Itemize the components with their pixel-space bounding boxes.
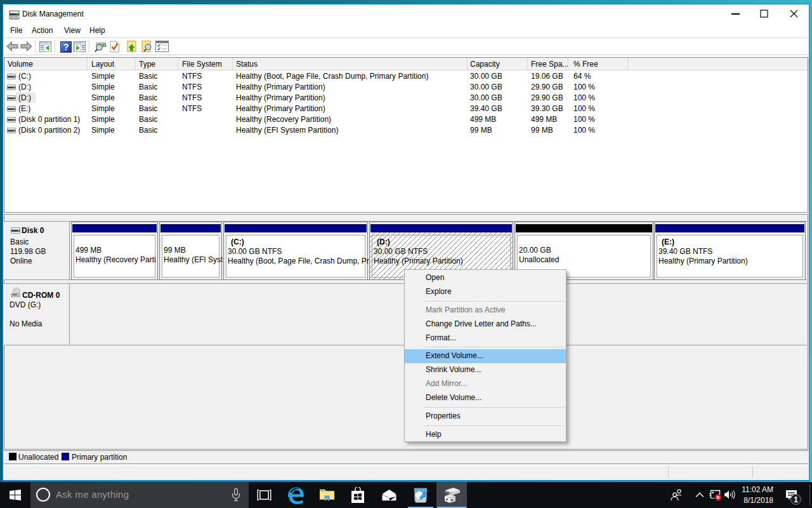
svg-text:1: 1 bbox=[794, 495, 798, 504]
svg-text:?: ? bbox=[63, 41, 69, 52]
